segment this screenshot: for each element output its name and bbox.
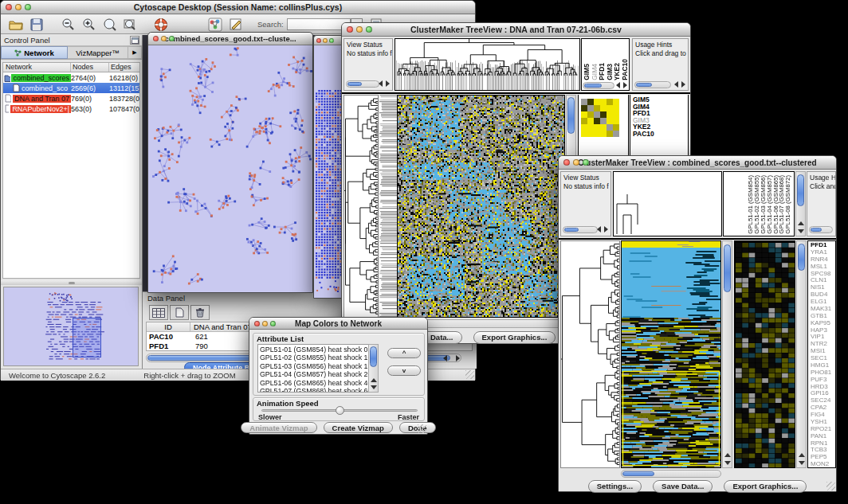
tab-network[interactable]: Network bbox=[1, 46, 68, 59]
tv1-zoom-cell[interactable] bbox=[613, 111, 619, 118]
tv1-zoom-cell[interactable] bbox=[581, 99, 587, 105]
zoom-window-icon[interactable] bbox=[169, 36, 175, 41]
tv1-zoom-cell[interactable] bbox=[594, 105, 600, 111]
tv1-column-dendrogram[interactable] bbox=[395, 39, 579, 90]
minimize-icon[interactable] bbox=[573, 159, 579, 166]
tv1-zoom-cell[interactable] bbox=[587, 99, 594, 105]
tv1-zoom-cell[interactable] bbox=[607, 111, 613, 118]
resize-grip[interactable] bbox=[826, 482, 835, 490]
tv1-export-graphics-button[interactable]: Export Graphics... bbox=[473, 331, 556, 344]
tv1-zoom-cell[interactable] bbox=[594, 131, 600, 137]
vizmap-nodes-icon[interactable] bbox=[205, 16, 226, 33]
tv1-zoom-cell[interactable] bbox=[613, 131, 619, 137]
tv1-zoom-cell[interactable] bbox=[581, 118, 587, 124]
tv1-zoom-cell[interactable] bbox=[613, 99, 619, 105]
tv1-zoom-cell[interactable] bbox=[581, 124, 587, 131]
animate-vizmap-button[interactable]: Animate Vizmap bbox=[241, 422, 316, 433]
scroll-up-icon[interactable] bbox=[799, 453, 805, 457]
tv1-zoom-cell[interactable] bbox=[587, 131, 594, 137]
window-controls[interactable] bbox=[1, 4, 31, 10]
network-row-combined-scores[interactable]: combined_scores 2764(0) 16218(0) bbox=[3, 72, 139, 83]
scroll-right-icon[interactable] bbox=[623, 82, 627, 88]
zoom-selected-icon[interactable] bbox=[100, 16, 120, 33]
tv1-zoom-cell[interactable] bbox=[600, 118, 607, 124]
tv2-heatmap-hscrollbar[interactable] bbox=[621, 470, 721, 478]
panel-splitter[interactable] bbox=[1, 280, 142, 285]
tv1-zoom-cell[interactable] bbox=[594, 124, 600, 131]
tv2-global-heatmap[interactable] bbox=[622, 241, 720, 467]
attribute-list[interactable]: GPL51-01 (GSM854) heat shock 05 minGPL51… bbox=[257, 344, 379, 393]
scroll-left-button[interactable] bbox=[439, 354, 450, 362]
network-row-selected[interactable]: combined_sco 2569(6) 13112(15) bbox=[3, 83, 139, 93]
resize-grip[interactable] bbox=[465, 370, 474, 379]
slider-thumb[interactable] bbox=[336, 406, 344, 415]
tv1-status-scrollbar[interactable] bbox=[346, 80, 379, 88]
close-icon[interactable] bbox=[316, 38, 321, 43]
tv2-settings-button[interactable]: Settings... bbox=[588, 480, 642, 493]
tv1-zoom-cell[interactable] bbox=[587, 124, 594, 131]
tv2-heatmap-vscrollbar[interactable] bbox=[722, 240, 732, 468]
tv1-zoom-cell[interactable] bbox=[613, 124, 619, 131]
tv2-export-graphics-button[interactable]: Export Graphics... bbox=[724, 480, 807, 493]
minimize-icon[interactable] bbox=[356, 26, 363, 33]
network-window-title-bar[interactable]: combined_scores_good.txt--cluste... bbox=[148, 33, 312, 45]
scroll-left-icon[interactable] bbox=[379, 80, 383, 87]
tv1-zoom-cell[interactable] bbox=[607, 105, 613, 111]
birdseye-view[interactable] bbox=[4, 287, 138, 365]
zoom-window-icon[interactable] bbox=[329, 38, 334, 43]
main-title-bar[interactable]: Cytoscape Desktop (Session Name: collins… bbox=[1, 1, 475, 14]
zoom-out-icon[interactable] bbox=[58, 16, 79, 33]
data-col-id[interactable]: ID bbox=[147, 322, 190, 331]
attribute-list-item[interactable]: GPL51-04 (GSM857) heat shock 20 min bbox=[260, 370, 378, 378]
zoom-window-icon[interactable] bbox=[270, 321, 276, 326]
attribute-list-vscrollbar[interactable] bbox=[368, 344, 379, 393]
tv1-zoom-cell[interactable] bbox=[607, 124, 613, 131]
help-lifering-icon[interactable] bbox=[151, 16, 171, 33]
minimize-icon[interactable] bbox=[15, 4, 22, 10]
move-up-button[interactable]: ^ bbox=[387, 348, 421, 358]
table-mode-icon[interactable] bbox=[149, 305, 168, 320]
scroll-down-icon[interactable] bbox=[798, 229, 804, 233]
tv1-global-heatmap[interactable] bbox=[398, 96, 564, 317]
tv1-zoom-heatmap[interactable] bbox=[581, 99, 619, 137]
save-icon[interactable] bbox=[26, 16, 47, 33]
tv1-zoom-cell[interactable] bbox=[607, 118, 613, 124]
float-panel-icon[interactable] bbox=[130, 36, 139, 45]
scroll-down-icon[interactable] bbox=[724, 461, 731, 465]
tv2-zoom-vscrollbar[interactable] bbox=[796, 240, 807, 468]
scroll-right-icon[interactable] bbox=[681, 81, 685, 88]
attribute-list-item[interactable]: GPL51-01 (GSM854) heat shock 05 min bbox=[260, 346, 378, 354]
minimize-icon[interactable] bbox=[262, 321, 268, 326]
attribute-list-item[interactable]: GPL51-07 (GSM868) heat shock 60 min bbox=[260, 387, 378, 393]
tv1-zoom-cell[interactable] bbox=[581, 131, 587, 137]
tv1-zoom-cell[interactable] bbox=[600, 124, 607, 131]
dialog-title-bar[interactable]: Map Colors to Network bbox=[249, 318, 427, 330]
treeview2-title-bar[interactable]: ClusterMaker TreeView : combined_scores_… bbox=[559, 156, 836, 170]
tv2-save-data-button[interactable]: Save Data... bbox=[653, 480, 713, 493]
tv1-hints-scrollbar[interactable] bbox=[634, 81, 671, 88]
minimize-icon[interactable] bbox=[323, 38, 328, 43]
zoom-in-icon[interactable] bbox=[79, 16, 100, 33]
close-icon[interactable] bbox=[563, 159, 570, 166]
network-row-dna-tran[interactable]: DNA and Tran 07 769(0) 183728(0) bbox=[3, 93, 139, 104]
zoom-window-icon[interactable] bbox=[25, 4, 31, 10]
tv1-zoom-cell[interactable] bbox=[607, 131, 613, 137]
scroll-right-icon[interactable] bbox=[386, 80, 390, 87]
tv1-zoom-cell[interactable] bbox=[600, 131, 607, 137]
tv1-zoom-cell[interactable] bbox=[600, 105, 607, 111]
scroll-left-icon[interactable] bbox=[674, 81, 678, 88]
tv1-zoom-cell[interactable] bbox=[613, 118, 619, 124]
network-canvas[interactable] bbox=[148, 45, 312, 292]
tv2-status-scrollbar[interactable] bbox=[563, 226, 598, 233]
tv1-zoom-cell[interactable] bbox=[594, 118, 600, 124]
scroll-right-button[interactable] bbox=[452, 354, 463, 362]
resize-grip[interactable] bbox=[418, 424, 426, 433]
tab-overflow-button[interactable]: ▶ bbox=[128, 46, 142, 59]
scroll-up-icon[interactable] bbox=[798, 221, 804, 225]
scroll-up-icon[interactable] bbox=[724, 453, 731, 457]
scroll-down-icon[interactable] bbox=[371, 385, 377, 389]
scroll-left-icon[interactable] bbox=[597, 226, 601, 232]
tv2-row-dendrogram[interactable] bbox=[561, 241, 619, 467]
grid-network-canvas[interactable] bbox=[314, 45, 344, 298]
tv1-zoom-cell[interactable] bbox=[587, 111, 594, 118]
